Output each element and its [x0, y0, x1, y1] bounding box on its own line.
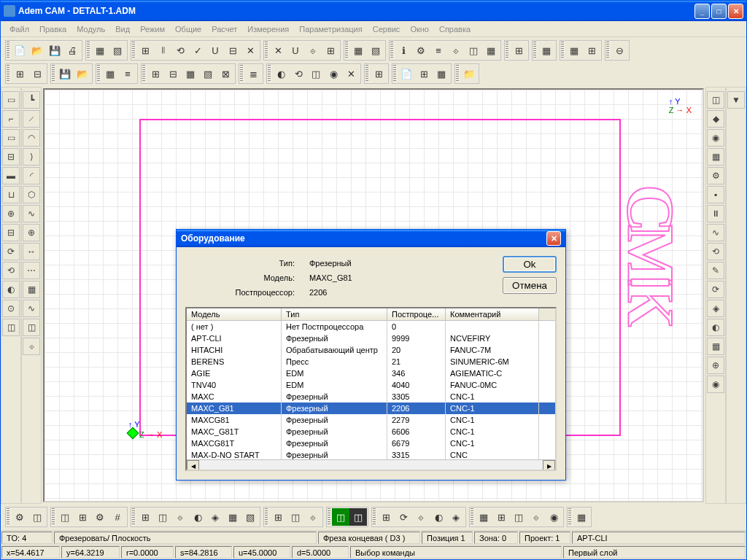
- vtool-icon[interactable]: ⟳: [707, 281, 724, 298]
- horizontal-scrollbar[interactable]: ◀ ▶: [187, 459, 555, 471]
- table-row[interactable]: MAX-D-NO STARTФрезерный3315CNC: [187, 449, 555, 459]
- vtool-icon[interactable]: ⊕: [23, 224, 40, 241]
- scroll-left-icon[interactable]: ◀: [187, 460, 199, 471]
- btool-icon[interactable]: ◈: [206, 508, 224, 526]
- dialog-close-button[interactable]: ✕: [546, 231, 561, 246]
- table-row[interactable]: APT-CLIФрезерный9999NCVEFIRY: [187, 332, 555, 344]
- dialog-titlebar[interactable]: Оборудование ✕: [177, 230, 565, 247]
- tb-icon[interactable]: ▦: [433, 65, 450, 82]
- tb-icon[interactable]: ▧: [199, 65, 217, 82]
- close-button[interactable]: ✕: [728, 4, 743, 19]
- btool-icon[interactable]: ⟐: [527, 508, 545, 526]
- btool-icon[interactable]: ⊞: [74, 508, 91, 526]
- vtool-icon[interactable]: ∿: [23, 300, 40, 317]
- vtool-icon[interactable]: ⟳: [2, 243, 20, 260]
- col-postproc[interactable]: Постпроце...: [387, 308, 446, 320]
- vtool-icon[interactable]: ⚙: [707, 167, 724, 184]
- vtool-icon[interactable]: ⊔: [2, 186, 20, 203]
- btool-icon[interactable]: ▦: [224, 508, 241, 526]
- tb-icon[interactable]: 💾: [56, 65, 74, 82]
- tb-icon[interactable]: ⦀: [154, 42, 171, 59]
- vtool-icon[interactable]: ⟐: [23, 338, 40, 355]
- vtool-icon[interactable]: ⟲: [707, 243, 724, 260]
- vtool-icon[interactable]: ⊟: [2, 224, 20, 241]
- tb-icon[interactable]: ≡: [430, 42, 447, 59]
- vtool-icon[interactable]: ◫: [2, 319, 20, 336]
- tb-icon[interactable]: ≣: [244, 65, 262, 82]
- ok-button[interactable]: Ok: [503, 256, 557, 273]
- tb-icon[interactable]: U: [287, 42, 304, 59]
- cancel-button[interactable]: Отмена: [503, 277, 557, 294]
- btool-icon[interactable]: ◉: [545, 508, 562, 526]
- minimize-button[interactable]: _: [694, 4, 710, 19]
- btool-icon[interactable]: ⊞: [492, 508, 510, 526]
- tb-icon[interactable]: ⊟: [164, 65, 182, 82]
- tb-icon[interactable]: ▦: [538, 42, 555, 59]
- vtool-icon[interactable]: ⟩: [23, 148, 40, 166]
- info-icon[interactable]: ℹ: [395, 42, 412, 59]
- tb-icon[interactable]: ⊞: [370, 65, 387, 82]
- table-row[interactable]: MAXC_G81Фрезерный2206CNC-1: [187, 402, 555, 414]
- vtool-icon[interactable]: ◠: [23, 129, 40, 147]
- btool-icon[interactable]: ◫: [510, 508, 527, 526]
- btool-icon[interactable]: ◫: [349, 508, 367, 526]
- table-row[interactable]: AGIEEDM346AGIEMATIC-C: [187, 368, 555, 379]
- tb-icon[interactable]: ⊞: [322, 42, 339, 59]
- tb-icon[interactable]: ⊞: [136, 42, 154, 59]
- tb-icon[interactable]: ◉: [325, 65, 342, 82]
- tb-icon[interactable]: ⊞: [415, 65, 433, 82]
- btool-icon[interactable]: ◈: [447, 508, 465, 526]
- table-row[interactable]: MAXCФрезерный3305CNC-1: [187, 391, 555, 402]
- menu-window[interactable]: Окно: [406, 23, 433, 35]
- tb-icon[interactable]: ⟐: [447, 42, 465, 59]
- menu-calc[interactable]: Расчет: [207, 23, 241, 35]
- vtool-icon[interactable]: ◫: [23, 319, 40, 336]
- btool-icon[interactable]: ⟳: [395, 508, 412, 526]
- calc-icon[interactable]: ⊞: [510, 42, 527, 59]
- vtool-icon[interactable]: ⟋: [23, 110, 40, 128]
- tb-icon[interactable]: ▧: [109, 42, 126, 59]
- vtool-icon[interactable]: ▦: [23, 281, 40, 298]
- col-type[interactable]: Тип: [282, 308, 387, 320]
- print-icon[interactable]: 🖨: [63, 42, 81, 59]
- vtool-icon[interactable]: ⊕: [707, 357, 724, 374]
- btool-icon[interactable]: ⊞: [377, 508, 395, 526]
- vtool-icon[interactable]: ⟲: [2, 262, 20, 279]
- btool-icon[interactable]: ◫: [287, 508, 304, 526]
- btool-icon[interactable]: ⟐: [412, 508, 430, 526]
- col-comment[interactable]: Комментарий: [446, 308, 539, 320]
- list-body[interactable]: ( нет )Нет Постпроцессора0APT-CLIФрезерн…: [187, 321, 555, 459]
- vtool-icon[interactable]: ◈: [707, 300, 724, 317]
- tb-icon[interactable]: ▦: [565, 42, 583, 59]
- menu-module[interactable]: Модуль: [72, 23, 109, 35]
- table-row[interactable]: MAXC_G81TФрезерный6606CNC-1: [187, 426, 555, 438]
- new-icon[interactable]: 📄: [11, 42, 28, 59]
- btool-icon[interactable]: ⟐: [304, 508, 322, 526]
- save-icon[interactable]: 💾: [46, 42, 63, 59]
- btool-icon[interactable]: #: [109, 508, 126, 526]
- vtool-icon[interactable]: ✎: [707, 262, 724, 279]
- tb-icon[interactable]: ◫: [465, 42, 482, 59]
- list-header[interactable]: Модель Тип Постпроце... Комментарий: [187, 308, 555, 321]
- btool-icon[interactable]: ⊞: [136, 508, 154, 526]
- tb-icon[interactable]: ◫: [307, 65, 325, 82]
- tb-icon[interactable]: ✕: [269, 42, 287, 59]
- tb-icon[interactable]: 📂: [74, 65, 91, 82]
- btool-icon[interactable]: ◫: [154, 508, 171, 526]
- open-icon[interactable]: 📂: [28, 42, 46, 59]
- menu-service[interactable]: Сервис: [368, 23, 405, 35]
- vtool-icon[interactable]: ▦: [707, 148, 724, 166]
- tb-icon[interactable]: ◐: [272, 65, 290, 82]
- vtool-icon[interactable]: ▭: [2, 129, 20, 147]
- btool-icon[interactable]: ⚙: [11, 508, 28, 526]
- vtool-icon[interactable]: ◐: [2, 281, 20, 298]
- menu-measure[interactable]: Измерения: [243, 23, 293, 35]
- menu-file[interactable]: Файл: [5, 23, 34, 35]
- vtool-icon[interactable]: ◫: [707, 91, 724, 109]
- vtool-icon[interactable]: ⏸: [707, 205, 724, 222]
- maximize-button[interactable]: □: [711, 4, 727, 19]
- vtool-icon[interactable]: ▪: [707, 186, 724, 203]
- col-model[interactable]: Модель: [187, 308, 282, 320]
- vtool-icon[interactable]: ◉: [707, 376, 724, 393]
- menu-param[interactable]: Параметризация: [295, 23, 366, 35]
